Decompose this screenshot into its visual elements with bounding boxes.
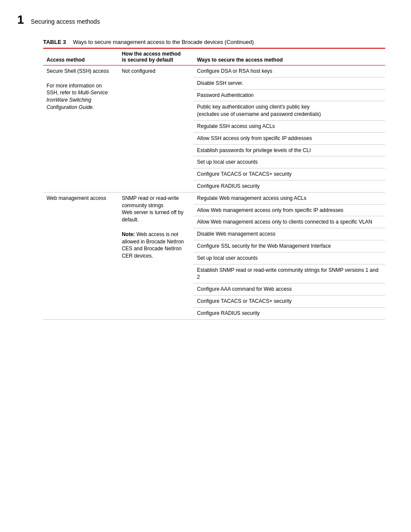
table-label: TABLE 3 [43,39,66,45]
ssh-default-cell: Not configured [118,65,194,193]
ssh-way-cell: Configure DSA or RSA host keys [193,65,385,78]
web-way-cell: Set up local user accounts [193,252,385,264]
table-row: Web management accessSNMP read or read-w… [43,192,385,204]
table-label-row: TABLE 3 Ways to secure management access… [43,39,394,45]
ssh-way-cell: Public key authentication using client's… [193,101,385,121]
web-default-cell: SNMP read or read-write community string… [118,192,194,319]
ssh-way-cell: Regulate SSH access using ACLs [193,120,385,132]
ssh-way-cell: Configure TACACS or TACACS+ security [193,168,385,180]
chapter-number: 1 [17,13,24,27]
page-header: 1 Securing access methods [17,13,394,27]
ssh-way-cell: Establish passwords for privilege levels… [193,144,385,156]
col-header-ways: Ways to secure the access method [193,48,385,65]
web-way-cell: Configure RADIUS security [193,307,385,319]
web-way-cell: Disable Web management access [193,228,385,240]
web-way-cell: Allow Web management access only to clie… [193,216,385,228]
col-header-access: Access method [43,48,118,65]
ssh-way-cell: Allow SSH access only from specific IP a… [193,132,385,144]
ssh-way-cell: Configure RADIUS security [193,180,385,192]
ssh-access-cell: Secure Shell (SSH) accessFor more inform… [43,65,118,193]
web-way-cell: Establish SNMP read or read-write commun… [193,264,385,283]
web-way-cell: Configure TACACS or TACACS+ security [193,295,385,307]
web-way-cell: Configure AAA command for Web access [193,283,385,296]
web-way-cell: Configure SSL security for the Web Manag… [193,240,385,252]
col-header-default: How the access methodis secured by defau… [118,48,194,65]
web-access-cell: Web management access [43,192,118,319]
table-header-row: Access method How the access methodis se… [43,48,385,65]
chapter-title: Securing access methods [31,18,100,25]
ssh-way-cell: Password Authentication [193,89,385,101]
ssh-way-cell: Set up local user accounts [193,156,385,168]
ssh-way-cell: Disable SSH server. [193,77,385,89]
web-way-cell: Allow Web management access only from sp… [193,204,385,216]
table-caption: Ways to secure management access to the … [73,39,254,45]
table-row: Secure Shell (SSH) accessFor more inform… [43,65,385,78]
main-table: Access method How the access methodis se… [43,48,385,320]
web-way-cell: Regulate Web management access using ACL… [193,192,385,204]
